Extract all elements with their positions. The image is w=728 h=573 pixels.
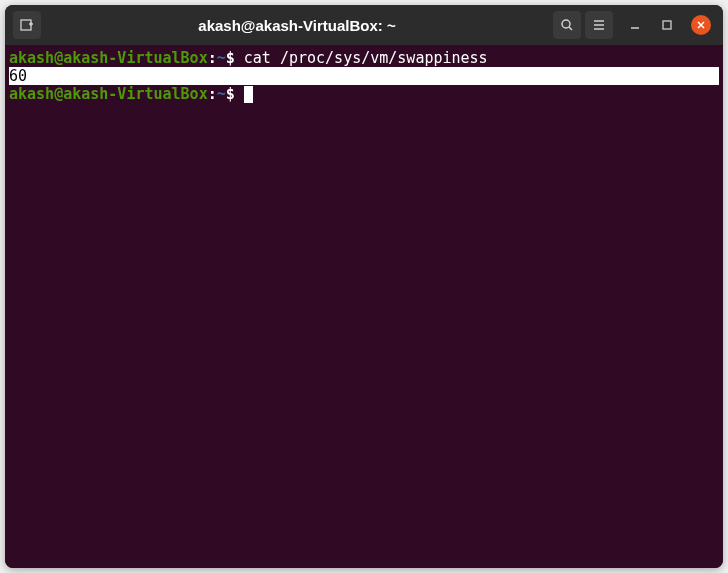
- minimize-button[interactable]: [627, 17, 643, 33]
- new-tab-button[interactable]: [13, 11, 41, 39]
- prompt-user: akash@akash-VirtualBox: [9, 85, 208, 103]
- prompt-symbol: $: [226, 85, 235, 103]
- new-tab-icon: [19, 17, 35, 33]
- menu-button[interactable]: [585, 11, 613, 39]
- svg-rect-0: [21, 20, 31, 30]
- search-icon: [559, 17, 575, 33]
- svg-rect-9: [663, 21, 671, 29]
- cursor: [244, 86, 253, 103]
- hamburger-icon: [591, 17, 607, 33]
- terminal-output-highlighted: 60: [9, 67, 719, 85]
- svg-point-3: [562, 20, 570, 28]
- terminal-line: akash@akash-VirtualBox:~$: [9, 85, 719, 103]
- terminal-line: akash@akash-VirtualBox:~$ cat /proc/sys/…: [9, 49, 719, 67]
- maximize-icon: [661, 19, 673, 31]
- close-button[interactable]: [691, 15, 711, 35]
- window-title: akash@akash-VirtualBox: ~: [45, 17, 549, 34]
- prompt-symbol: $: [226, 49, 235, 67]
- window-controls: [627, 15, 711, 35]
- terminal-body[interactable]: akash@akash-VirtualBox:~$ cat /proc/sys/…: [5, 45, 723, 568]
- search-button[interactable]: [553, 11, 581, 39]
- prompt-path: ~: [217, 49, 226, 67]
- maximize-button[interactable]: [659, 17, 675, 33]
- prompt-path: ~: [217, 85, 226, 103]
- command-text: [235, 85, 244, 103]
- minimize-icon: [629, 19, 641, 31]
- command-text: cat /proc/sys/vm/swappiness: [235, 49, 488, 67]
- close-icon: [696, 20, 706, 30]
- prompt-user: akash@akash-VirtualBox: [9, 49, 208, 67]
- svg-line-4: [569, 27, 572, 30]
- titlebar: akash@akash-VirtualBox: ~: [5, 5, 723, 45]
- terminal-window: akash@akash-VirtualBox: ~: [5, 5, 723, 568]
- prompt-colon: :: [208, 85, 217, 103]
- prompt-colon: :: [208, 49, 217, 67]
